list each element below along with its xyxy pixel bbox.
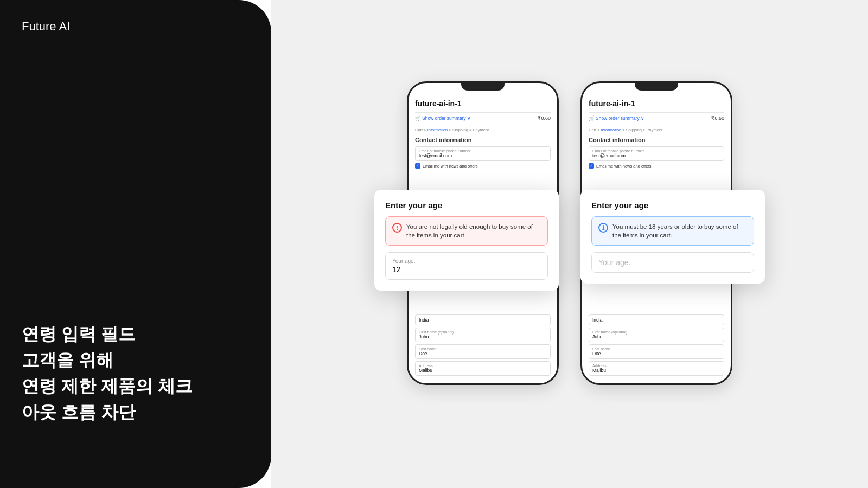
address-field-1[interactable]: Address Malibu xyxy=(415,361,551,376)
order-summary-row-2: 🛒 Show order summary ∨ ₹0.60 xyxy=(589,112,724,124)
age-input-2[interactable]: Your age. xyxy=(591,252,754,273)
phone-mockup-2: future-ai-in-1 🛒 Show order summary ∨ ₹0… xyxy=(580,81,732,385)
breadcrumb-2: Cart > Information > Shipping > Payment xyxy=(589,127,724,132)
cart-icon-1: 🛒 xyxy=(415,115,421,121)
order-price-1: ₹0.60 xyxy=(538,115,551,121)
checkbox-row-1: ✓ Email me with news and offers xyxy=(415,163,551,169)
section-title-2: Contact information xyxy=(589,137,724,143)
last-name-field-2[interactable]: Last name Doe xyxy=(589,344,724,359)
info-icon: ℹ xyxy=(598,223,608,233)
order-price-2: ₹0.60 xyxy=(711,115,724,121)
error-icon: ! xyxy=(392,223,402,233)
country-field-2: India xyxy=(589,314,724,325)
checkmark-icon-1: ✓ xyxy=(416,164,419,168)
age-error-card: Enter your age ! You are not legally old… xyxy=(374,190,559,291)
order-summary-row-1: 🛒 Show order summary ∨ ₹0.60 xyxy=(415,112,551,124)
email-field-2[interactable]: Email or mobile phone number test@email.… xyxy=(589,146,724,161)
phone-mockup-1: future-ai-in-1 🛒 Show order summary ∨ ₹0… xyxy=(407,81,559,385)
first-name-field-1[interactable]: First name (optional) John xyxy=(415,328,551,342)
checkbox-2[interactable]: ✓ xyxy=(589,163,594,169)
phone-2-title: future-ai-in-1 xyxy=(589,99,724,108)
left-panel: Future AI 연령 입력 필드고객을 위해연령 제한 제품의 체크아웃 흐… xyxy=(0,0,271,488)
email-field-1[interactable]: Email or mobile phone number test@email.… xyxy=(415,146,551,161)
phone-1-title: future-ai-in-1 xyxy=(415,99,551,108)
phone-notch-1 xyxy=(461,83,505,91)
checkmark-icon-2: ✓ xyxy=(590,164,593,168)
order-summary-link-1[interactable]: 🛒 Show order summary ∨ xyxy=(415,115,471,121)
phone-notch-2 xyxy=(635,83,678,91)
info-alert-box: ℹ You must be 18 years or older to buy s… xyxy=(591,216,754,246)
info-alert-text: You must be 18 years or older to buy som… xyxy=(612,222,747,240)
card-1-title: Enter your age xyxy=(385,201,548,210)
age-input-1[interactable]: Your age. 12 xyxy=(385,252,548,280)
cart-icon-2: 🛒 xyxy=(589,115,595,121)
card-2-title: Enter your age xyxy=(591,201,754,210)
logo: Future AI xyxy=(22,20,250,34)
last-name-field-1[interactable]: Last name Doe xyxy=(415,344,551,359)
first-name-field-2[interactable]: First name (optional) John xyxy=(589,328,724,342)
error-alert-text: You are not legally old enough to buy so… xyxy=(406,222,541,240)
checkbox-1[interactable]: ✓ xyxy=(415,163,420,169)
error-alert-box: ! You are not legally old enough to buy … xyxy=(385,216,548,246)
right-panel: future-ai-in-1 🛒 Show order summary ∨ ₹0… xyxy=(271,0,868,488)
checkbox-row-2: ✓ Email me with news and offers xyxy=(589,163,724,169)
address-field-2[interactable]: Address Malibu xyxy=(589,361,724,376)
section-title-1: Contact information xyxy=(415,137,551,143)
order-summary-link-2[interactable]: 🛒 Show order summary ∨ xyxy=(589,115,644,121)
age-info-card: Enter your age ℹ You must be 18 years or… xyxy=(580,190,765,284)
country-field-1: India xyxy=(415,314,551,325)
headline: 연령 입력 필드고객을 위해연령 제한 제품의 체크아웃 흐름 차단 xyxy=(22,321,250,425)
breadcrumb-1: Cart > Information > Shipping > Payment xyxy=(415,127,551,132)
